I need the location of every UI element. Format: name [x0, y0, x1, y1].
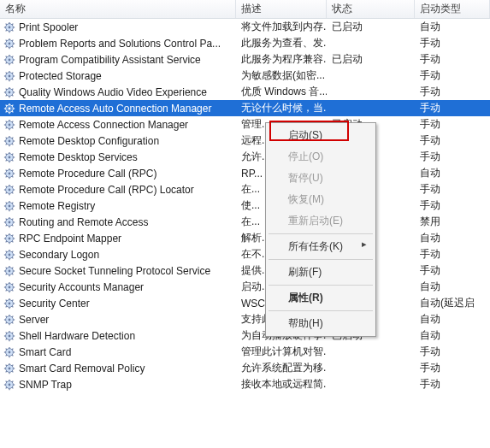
service-startup: 手动 [415, 262, 490, 279]
menu-separator [269, 259, 373, 260]
svg-line-136 [6, 234, 7, 235]
service-startup: 自动 [415, 279, 490, 295]
service-startup: 手动 [415, 100, 490, 116]
svg-line-207 [12, 355, 13, 356]
table-row[interactable]: Program Compatibility Assistant Service此… [0, 51, 490, 68]
svg-line-98 [12, 169, 13, 170]
gear-icon [3, 38, 15, 50]
table-row[interactable]: Remote Desktop Services允许...手动 [0, 149, 490, 165]
svg-line-118 [12, 202, 13, 203]
service-name-cell: Remote Desktop Services [0, 149, 236, 165]
svg-line-96 [6, 169, 7, 170]
menu-separator [269, 310, 373, 311]
svg-line-156 [6, 267, 7, 268]
svg-line-88 [12, 153, 13, 154]
svg-point-61 [9, 123, 11, 126]
table-row[interactable]: Protected Storage为敏感数据(如密...手动 [0, 68, 490, 84]
svg-line-18 [12, 39, 13, 40]
column-header-status[interactable]: 状态 [327, 0, 415, 18]
table-row[interactable]: Remote Registry使...手动 [0, 197, 490, 214]
svg-line-37 [12, 79, 13, 80]
table-row[interactable]: Quality Windows Audio Video Experience优质… [0, 84, 490, 100]
svg-line-197 [12, 339, 13, 339]
column-header-desc[interactable]: 描述 [236, 0, 327, 18]
table-row[interactable]: Smart Card Removal Policy允许系统配置为移...手动 [0, 360, 490, 376]
service-name-cell: Remote Procedure Call (RPC) Locator [0, 181, 236, 197]
svg-point-141 [9, 253, 11, 256]
table-row[interactable]: Remote Access Connection Manager管理...已启动… [0, 116, 490, 133]
svg-point-71 [9, 139, 11, 142]
table-row[interactable]: Secure Socket Tunneling Protocol Service… [0, 262, 490, 279]
svg-point-181 [9, 318, 11, 321]
column-header-startup[interactable]: 启动类型 [415, 0, 490, 18]
svg-line-178 [12, 299, 13, 300]
menu-item-properties-label: 属性(R) [288, 292, 323, 304]
table-row[interactable]: Smart Card管理此计算机对智...手动 [0, 344, 490, 360]
service-desc: 允许系统配置为移... [236, 360, 327, 376]
service-name: Problem Reports and Solutions Control Pa… [19, 38, 221, 50]
service-desc: 管理此计算机对智... [236, 344, 327, 360]
gear-icon [3, 298, 15, 309]
menu-item-help[interactable]: 帮助(H) [268, 313, 374, 334]
table-row[interactable]: SNMP Trap接收本地或远程简...手动 [0, 376, 490, 392]
svg-line-26 [6, 56, 7, 56]
table-row[interactable]: Remote Desktop Configuration远程...手动 [0, 133, 490, 149]
table-row[interactable]: Problem Reports and Solutions Control Pa… [0, 35, 490, 51]
service-status [327, 344, 415, 360]
menu-item-restart: 重新启动(E) [268, 210, 374, 232]
svg-point-161 [9, 286, 11, 288]
table-row[interactable]: Remote Procedure Call (RPC) Locator在...手… [0, 181, 490, 197]
service-name-cell: Server [0, 311, 236, 327]
gear-icon [3, 184, 15, 196]
table-row[interactable]: Print Spooler将文件加载到内存...已启动自动 [0, 19, 490, 35]
table-row[interactable]: Remote Access Auto Connection Manager无论什… [0, 100, 490, 116]
svg-line-7 [12, 30, 13, 31]
table-row[interactable]: Server支持此计算机通过...已启动自动 [0, 311, 490, 327]
service-startup: 自动 [415, 230, 490, 246]
service-name-cell: Print Spooler [0, 19, 236, 35]
service-name: Secondary Logon [19, 249, 99, 261]
service-list: Print Spooler将文件加载到内存...已启动自动Problem Rep… [0, 19, 490, 392]
menu-item-stop: 停止(O) [268, 146, 374, 168]
menu-item-alltasks[interactable]: 所有任务(K) [268, 236, 374, 257]
table-row[interactable]: Routing and Remote Access在...禁用 [0, 214, 490, 230]
table-row[interactable]: Security CenterWSCSVC(Windo...已启动自动(延迟启 [0, 295, 490, 311]
service-desc: 此服务为程序兼容... [236, 51, 327, 68]
svg-line-188 [12, 315, 13, 316]
service-startup: 手动 [415, 181, 490, 197]
svg-point-201 [9, 351, 11, 353]
service-name: Server [19, 314, 49, 326]
service-startup: 自动(延迟启 [415, 295, 490, 311]
svg-line-8 [12, 23, 13, 24]
service-name-cell: Secure Socket Tunneling Protocol Service [0, 262, 236, 279]
service-name-cell: Quality Windows Audio Video Experience [0, 84, 236, 100]
table-row[interactable]: Security Accounts Manager启动...已启动自动 [0, 279, 490, 295]
menu-item-properties[interactable]: 属性(R) [268, 287, 374, 309]
gear-icon [3, 103, 15, 115]
svg-line-87 [12, 160, 13, 161]
menu-item-start[interactable]: 启动(S) [268, 125, 374, 146]
table-row[interactable]: Remote Procedure Call (RPC)RP...已启动自动 [0, 165, 490, 181]
svg-line-49 [6, 95, 7, 96]
svg-point-101 [9, 188, 11, 191]
svg-line-67 [12, 127, 13, 128]
svg-line-228 [12, 380, 13, 381]
svg-line-38 [12, 72, 13, 73]
svg-line-219 [6, 371, 7, 372]
table-row[interactable]: Secondary Logon在不...手动 [0, 246, 490, 262]
svg-line-189 [6, 322, 7, 323]
menu-item-refresh[interactable]: 刷新(F) [268, 262, 374, 283]
svg-line-229 [6, 387, 7, 388]
service-name: Routing and Remote Access [19, 216, 148, 228]
table-row[interactable]: Shell Hardware Detection为自动播放硬件事...已启动自动 [0, 327, 490, 344]
service-status [327, 68, 415, 84]
table-row[interactable]: RPC Endpoint Mapper解析...已启动自动 [0, 230, 490, 246]
service-name-cell: Remote Access Auto Connection Manager [0, 100, 236, 116]
gear-icon [3, 151, 15, 163]
service-name: Print Spooler [19, 21, 78, 33]
service-startup: 禁用 [415, 214, 490, 230]
svg-line-86 [6, 153, 7, 154]
svg-point-91 [9, 172, 11, 174]
column-header-name[interactable]: 名称 [0, 0, 236, 18]
service-desc: 将文件加载到内存... [236, 19, 327, 35]
